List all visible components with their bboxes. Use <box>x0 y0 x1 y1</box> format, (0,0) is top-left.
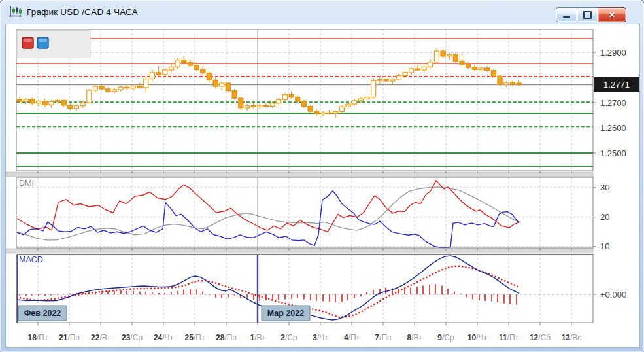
macd-label: MACD <box>19 255 43 264</box>
price-tick-label: 1.2900 <box>600 48 626 58</box>
candle-body <box>156 73 161 75</box>
candle-body <box>87 90 92 103</box>
close-button[interactable]: ✕ <box>598 7 626 22</box>
candle-body <box>472 67 477 69</box>
chart-toolbar <box>17 31 90 58</box>
candle-body <box>37 101 41 103</box>
candle-body <box>498 76 502 84</box>
candle-body <box>194 65 199 69</box>
candle-body <box>75 106 79 109</box>
candle-body <box>377 80 382 81</box>
candle-body <box>125 87 129 88</box>
candle-body <box>270 103 275 107</box>
date-tick-label: 22/Вт <box>91 333 110 342</box>
candle-body <box>207 73 211 80</box>
candle-body <box>106 89 110 92</box>
date-tick-label: 25/Пт <box>185 333 205 342</box>
candle-body <box>296 97 300 101</box>
candle-body <box>49 102 54 105</box>
candle-body <box>137 86 142 88</box>
date-tick-label: 11/Пт <box>499 333 519 342</box>
date-tick-label: 8/Вт <box>407 333 422 342</box>
candle-body <box>169 67 174 70</box>
candle-body <box>93 86 98 90</box>
candle-body <box>510 82 515 84</box>
candle-body <box>188 62 193 65</box>
button-highlight <box>24 39 32 42</box>
candle-body <box>282 95 287 100</box>
candle-body <box>201 69 205 73</box>
candle-body <box>277 99 281 103</box>
minimize-icon <box>563 16 570 18</box>
main-chart-panel <box>16 29 593 171</box>
candle-body <box>61 101 66 105</box>
candle-body <box>403 73 407 76</box>
candle-body <box>182 60 186 63</box>
candle-body <box>384 80 388 81</box>
dmi-label: DMI <box>19 179 34 188</box>
macd-zero-label: +0.000 <box>600 290 626 300</box>
maximize-button[interactable] <box>577 7 598 22</box>
candle-body <box>415 69 420 70</box>
window-titlebar[interactable]: График USD /CAD 4 ЧАСА ✕ <box>0 0 644 24</box>
candle-body <box>352 101 357 104</box>
candle-body <box>365 97 369 99</box>
candle-body <box>333 112 338 114</box>
maximize-icon <box>583 11 592 19</box>
candle-body <box>301 101 306 107</box>
date-tick-label: 24/Чт <box>154 333 174 342</box>
candle-body <box>479 68 483 69</box>
candle-body <box>24 99 28 101</box>
candle-body <box>56 101 60 102</box>
candle-body <box>422 67 426 70</box>
date-tick-label: 1/Вт <box>250 333 265 342</box>
window-controls: ✕ <box>556 7 626 22</box>
price-tick-label: 1.2500 <box>600 149 626 158</box>
price-tick-label: 1.2600 <box>600 123 626 133</box>
candle-body <box>460 62 464 65</box>
app-window: График USD /CAD 4 ЧАСА ✕ Фев 2022Мар 202… <box>0 0 644 352</box>
candle-body <box>80 103 85 106</box>
candle-body <box>314 111 319 114</box>
chart-canvas[interactable]: Фев 2022Мар 2022DMIMACD18/Пт21/Пн22/Вт23… <box>6 24 639 347</box>
candle-body <box>447 55 452 56</box>
candle-body <box>358 99 363 101</box>
candle-body <box>434 51 439 62</box>
current-price-label: 1.2771 <box>603 80 630 90</box>
candle-body <box>327 113 331 113</box>
candle-body <box>346 104 350 107</box>
panel-splitter[interactable] <box>6 172 593 177</box>
candle-body <box>99 86 104 89</box>
candle-body <box>466 65 471 68</box>
candle-body <box>163 70 167 75</box>
button-highlight <box>39 39 47 42</box>
date-tick-label: 9/Ср <box>437 333 454 342</box>
date-tick-label: 21/Пн <box>59 333 80 342</box>
candle-body <box>131 86 136 88</box>
price-tick-label: 1.2700 <box>600 98 626 108</box>
dmi-tick-label: 30 <box>600 183 609 192</box>
date-tick-label: 4/Пт <box>344 333 360 342</box>
candle-body <box>232 91 237 99</box>
date-tick-label: 12/Сб <box>530 333 551 342</box>
candle-body <box>68 105 73 109</box>
candle-body <box>144 79 148 88</box>
candle-body <box>118 87 123 90</box>
month-label: Фев 2022 <box>24 309 61 318</box>
month-label-box: Мар 2022 <box>262 306 310 321</box>
candle-body <box>150 73 155 79</box>
panel-splitter[interactable] <box>6 249 593 253</box>
candle-body <box>226 83 230 91</box>
candle-body <box>453 55 458 62</box>
close-icon: ✕ <box>609 11 615 19</box>
candle-body <box>258 105 262 107</box>
candlestick-chart-icon <box>8 5 23 19</box>
candle-body <box>428 62 433 67</box>
current-price-box: 1.2771 <box>594 77 639 92</box>
minimize-button[interactable] <box>556 7 577 22</box>
date-tick-label: 23/Ср <box>122 333 143 342</box>
candle-body <box>504 82 509 84</box>
candle-body <box>396 76 401 79</box>
date-tick-label: 2/Ср <box>280 333 297 342</box>
candle-body <box>42 101 47 105</box>
